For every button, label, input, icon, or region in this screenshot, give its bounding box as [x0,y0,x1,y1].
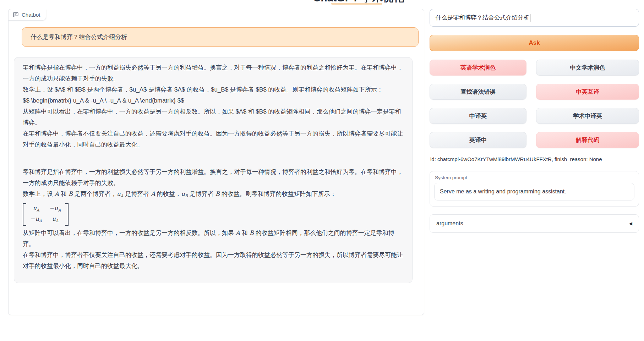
bot-message-block: 零和博弈是指在博弈中，一方的利益损失必然等于另一方的利益增益。换言之，对于每一种… [23,166,404,271]
bot-paragraph: 数学上，设 $A$ 和 $B$ 是两个博弈者，$u_A$ 是博弈者 $A$ 的收… [23,84,404,95]
bot-paragraph: 在零和博弈中，博弈者不仅要关注自己的收益，还需要考虑对手的收益。因为一方取得的收… [23,128,404,150]
page-title-cropped: ChatGPT 学术优化 [305,0,412,2]
bot-paragraph: 从矩阵中可以看出，在零和博弈中，一方的收益是另一方的相反数。所以，如果 A 和 … [23,227,404,249]
system-prompt-label: System prompt [435,175,634,180]
math-var: −uA [31,215,42,225]
ask-button[interactable]: Ask [430,35,639,51]
arguments-accordion-label: arguments [436,220,463,227]
matrix-bracket-left [23,203,26,225]
quick-button-5[interactable]: 中译英 [430,108,526,124]
chatbot-panel: Chatbot 什么是零和博弈？结合公式介绍分析 零和博弈是指在博弈中，一方的利… [8,9,424,315]
chatbot-label-tab: Chatbot [8,9,46,21]
accordion-collapse-icon: ◀ [629,221,632,226]
bot-paragraph: $$ \begin{bmatrix} u_A & -u_A \ -u_A & u… [23,95,404,106]
chat-bubble-icon [13,12,19,18]
math-var: B [215,190,220,197]
math-var: B [68,190,73,197]
system-prompt-input[interactable]: Serve me as a writing and programming as… [434,183,634,200]
quick-button-2[interactable]: 中文学术润色 [536,60,639,76]
bot-paragraph: 在零和博弈中，博弈者不仅要关注自己的收益，还需要考虑对手的收益。因为一方取得的收… [23,249,404,271]
bot-paragraph: 数学上，设 A 和 B 是两个博弈者，uA 是博弈者 A 的收益，uB 是博弈者… [23,188,404,202]
user-message-text: 什么是零和博弈？结合公式介绍分析 [31,33,127,41]
text-cursor [530,14,530,22]
math-var: A [236,229,240,236]
bot-paragraph: 零和博弈是指在博弈中，一方的利益损失必然等于另一方的利益增益。换言之，对于每一种… [23,166,404,188]
payoff-matrix: uA−uA−uAuA [23,203,69,225]
bot-paragraph: 从矩阵中可以看出，在零和博弈中，一方的收益是另一方的相反数。所以，如果 $A$ … [23,106,404,128]
bot-paragraph: 零和博弈是指在博弈中，一方的利益损失必然等于另一方的利益增益。换言之，对于每一种… [23,62,404,84]
bot-message-bubble: 零和博弈是指在博弈中，一方的利益损失必然等于另一方的利益增益。换言之，对于每一种… [14,57,413,283]
math-var: uA [33,204,39,214]
system-prompt-value: Serve me as a writing and programming as… [440,188,566,195]
title-accent-bar [331,3,382,5]
quick-button-3[interactable]: 查找语法错误 [430,84,526,100]
status-line: id: chatcmpl-6wOo7KrYTwMl89lbrMWRu4UkFFX… [430,156,602,162]
system-prompt-box: System prompt Serve me as a writing and … [430,171,639,207]
math-var: uA [52,215,58,225]
user-message-bubble: 什么是零和博弈？结合公式介绍分析 [22,27,419,47]
quick-button-1[interactable]: 英语学术润色 [430,60,526,76]
matrix-bracket-right [65,203,69,225]
quick-button-6[interactable]: 学术中译英 [536,108,639,124]
quick-buttons-grid: 英语学术润色中文学术润色查找语法错误中英互译中译英学术中译英英译中解释代码 [430,60,639,148]
bot-message-block: 零和博弈是指在博弈中，一方的利益损失必然等于另一方的利益增益。换言之，对于每一种… [23,62,404,150]
math-var: A [151,190,155,197]
math-var: A [55,190,59,197]
question-input[interactable]: 什么是零和博弈？结合公式介绍分析 [430,9,639,27]
question-input-value: 什么是零和博弈？结合公式介绍分析 [436,14,529,22]
quick-button-8[interactable]: 解释代码 [536,132,639,148]
quick-button-4[interactable]: 中英互译 [536,84,639,100]
page-title: ChatGPT 学术优化 [305,0,412,2]
chatbot-label-text: Chatbot [22,12,40,18]
math-var: B [249,229,254,236]
quick-button-7[interactable]: 英译中 [430,132,526,148]
math-var: uA [117,190,124,197]
math-var: uB [181,190,188,197]
math-var: −uA [50,204,61,214]
matrix-cells: uA−uA−uAuA [26,203,65,225]
arguments-accordion[interactable]: arguments ◀ [430,214,639,233]
